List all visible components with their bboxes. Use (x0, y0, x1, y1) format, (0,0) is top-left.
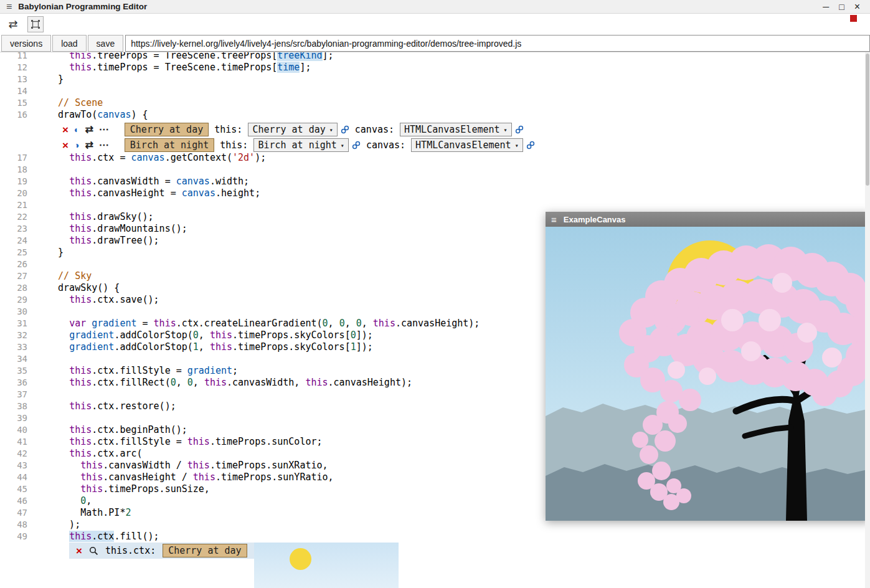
halo-frame-icon (31, 19, 40, 29)
inspect-tool-button[interactable] (27, 16, 44, 32)
line-number: 34 (0, 353, 27, 365)
line-number: 47 (0, 507, 27, 519)
hamburger-menu-icon[interactable]: ≡ (6, 1, 12, 12)
example-widget: × ◐ ⇄ ⋯ Cherry at day this: Cherry at da… (62, 123, 870, 136)
example-canvas-window: ≡ ExampleCanvas (546, 212, 870, 521)
canvas-value-dropdown[interactable]: HTMLCanvasElement ▾ (400, 123, 512, 136)
example-canvas-rendering (546, 227, 870, 521)
link-icon[interactable] (352, 141, 361, 149)
example-canvas-titlebar[interactable]: ≡ ExampleCanvas (546, 212, 870, 227)
example-options-icon[interactable]: ⋯ (99, 125, 109, 135)
scrollbar-thumb[interactable] (866, 54, 869, 186)
example-active-toggle-icon[interactable]: ◐ (74, 125, 79, 134)
code-text: // Scene (27, 97, 103, 109)
save-button[interactable]: save (88, 35, 124, 52)
code-text: 0, (27, 495, 92, 507)
code-text: this.drawSky(); (27, 211, 154, 223)
code-text (27, 412, 47, 424)
dropdown-value: HTMLCanvasElement (404, 124, 500, 135)
sync-tool-button[interactable]: ⇄ (5, 16, 21, 32)
code-line[interactable]: 14 (0, 85, 870, 97)
probe-expression-label: this.ctx: (105, 545, 156, 556)
line-number: 30 (0, 306, 27, 318)
line-number: 27 (0, 270, 27, 282)
chevron-down-icon: ▾ (341, 142, 344, 149)
probe-example-button[interactable]: Cherry at day (163, 544, 247, 557)
editor-scrollbar[interactable] (865, 52, 870, 588)
canvas-value-dropdown[interactable]: HTMLCanvasElement ▾ (411, 138, 523, 152)
chevron-down-icon: ▾ (504, 126, 508, 133)
minimize-button[interactable]: ─ (823, 2, 829, 11)
unsaved-changes-indicator (850, 15, 857, 22)
example-options-icon[interactable]: ⋯ (99, 140, 109, 150)
line-number: 26 (0, 258, 27, 270)
code-line[interactable]: 18 (0, 164, 870, 176)
link-icon[interactable] (341, 125, 349, 134)
example-name-button[interactable]: Birch at night (125, 138, 214, 152)
code-text (27, 199, 47, 211)
code-line[interactable]: 16 drawTo(canvas) { (0, 109, 870, 121)
code-text: this.ctx.restore(); (27, 401, 176, 412)
code-text: this.drawMountains(); (27, 223, 187, 235)
code-text (27, 353, 47, 365)
code-line[interactable]: 49 this.ctx.fill(); (0, 531, 870, 543)
code-line[interactable]: 20 this.canvasHeight = canvas.height; (0, 187, 870, 199)
code-text (27, 306, 47, 318)
line-number: 48 (0, 519, 27, 531)
switch-example-icon[interactable]: ⇄ (85, 125, 93, 135)
dropdown-value: HTMLCanvasElement (415, 140, 511, 151)
code-text: gradient.addColorStop(0, this.timeProps.… (27, 330, 373, 341)
code-text: this.timeProps.sunSize, (27, 483, 210, 495)
url-input[interactable] (125, 35, 870, 52)
line-number: 22 (0, 211, 27, 223)
remove-probe-button[interactable]: × (76, 546, 82, 556)
switch-example-icon[interactable]: ⇄ (85, 140, 93, 150)
remove-example-button[interactable]: × (62, 125, 69, 135)
remove-example-button[interactable]: × (62, 140, 69, 151)
maximize-button[interactable]: □ (839, 2, 844, 11)
line-number: 40 (0, 424, 27, 436)
code-line[interactable]: 15 // Scene (0, 97, 870, 109)
code-line[interactable]: 11 this.treeProps = TreeScene.treeProps[… (0, 52, 870, 62)
close-button[interactable]: × (854, 2, 860, 12)
code-text: this.canvasHeight / this.timeProps.sunYR… (27, 472, 334, 483)
code-text: this.ctx.fillStyle = gradient; (27, 365, 238, 377)
code-line[interactable]: 17 this.ctx = canvas.getContext('2d'); (0, 152, 870, 164)
link-icon[interactable] (515, 125, 524, 134)
line-number: 39 (0, 412, 27, 424)
versions-button[interactable]: versions (1, 35, 51, 52)
line-number: 37 (0, 389, 27, 401)
code-text: this.drawTree(); (27, 235, 159, 247)
this-value-dropdown[interactable]: Birch at night ▾ (253, 138, 348, 152)
code-text: this.canvasHeight = canvas.height; (27, 187, 260, 199)
line-number: 36 (0, 377, 27, 389)
example-canvas-title: ExampleCanvas (564, 215, 626, 224)
code-line[interactable]: 12 this.timeProps = TreeScene.timeProps[… (0, 62, 870, 74)
magnifier-icon[interactable] (89, 546, 98, 556)
code-line[interactable]: 19 this.canvasWidth = canvas.width; (0, 176, 870, 187)
line-number: 43 (0, 460, 27, 472)
line-number: 14 (0, 85, 27, 97)
line-number: 21 (0, 199, 27, 211)
load-button[interactable]: load (52, 35, 86, 52)
example-name-button[interactable]: Cherry at day (125, 123, 209, 136)
line-number: 16 (0, 109, 27, 121)
line-number: 18 (0, 164, 27, 176)
line-number: 32 (0, 330, 27, 341)
window-menu-icon[interactable]: ≡ (551, 214, 557, 225)
example-widget: × ◑ ⇄ ⋯ Birch at night this: Birch at ni… (62, 138, 870, 152)
code-text: // Sky (27, 270, 92, 282)
code-text (27, 258, 47, 270)
example-active-toggle-icon[interactable]: ◑ (74, 141, 79, 149)
probe-controls: × this.ctx: Cherry at day (69, 543, 254, 559)
code-line[interactable]: 21 (0, 199, 870, 211)
link-icon[interactable] (526, 141, 535, 149)
line-number: 42 (0, 448, 27, 460)
canvas-param-label: canvas: (355, 124, 394, 135)
code-text (27, 164, 47, 176)
line-number: 24 (0, 235, 27, 247)
code-text: var gradient = this.ctx.createLinearGrad… (27, 318, 480, 330)
this-value-dropdown[interactable]: Cherry at day ▾ (248, 123, 337, 136)
code-text: ); (27, 519, 80, 531)
code-line[interactable]: 13 } (0, 74, 870, 85)
